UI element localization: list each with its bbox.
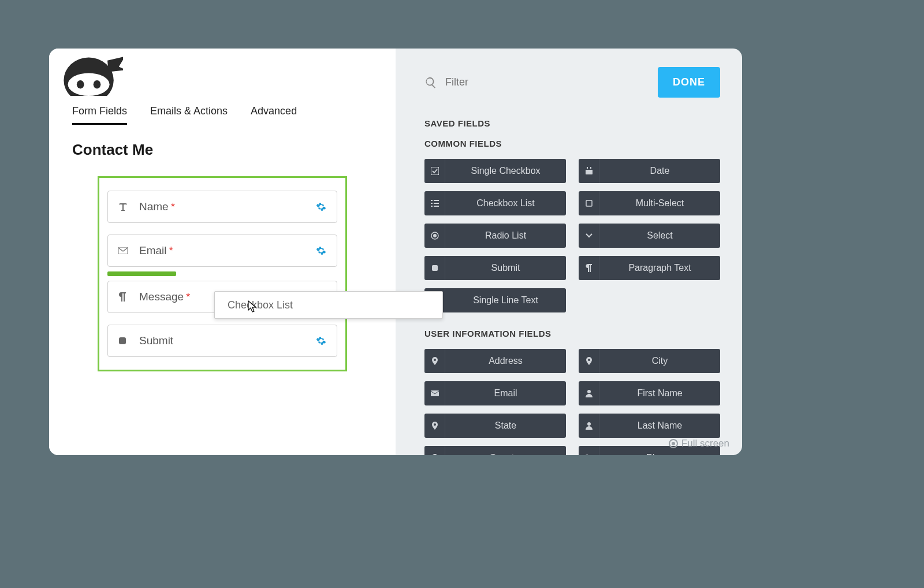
field-tile-address[interactable]: Address — [424, 349, 566, 373]
tab-form-fields[interactable]: Form Fields — [72, 105, 127, 125]
gear-icon[interactable] — [316, 245, 326, 256]
tile-label: First Name — [599, 388, 720, 399]
tile-label: Date — [599, 166, 720, 176]
tile-label: Select — [599, 230, 720, 241]
field-tile-state[interactable]: State — [424, 414, 566, 438]
field-row-submit[interactable]: Submit — [107, 325, 337, 357]
para-icon — [579, 256, 599, 280]
svg-rect-15 — [434, 203, 439, 204]
section-saved-title: SAVED FIELDS — [424, 118, 720, 128]
field-tile-checkbox-list[interactable]: Checkbox List — [424, 191, 566, 215]
tile-label: City — [599, 356, 720, 366]
fullscreen-label: Full screen — [681, 438, 729, 449]
field-tile-multi-select[interactable]: Multi-Select — [579, 191, 720, 215]
ninja-logo — [61, 49, 123, 96]
field-label: Submit — [139, 334, 173, 347]
tile-label: Address — [445, 356, 566, 366]
svg-rect-20 — [432, 265, 438, 271]
gear-icon[interactable] — [316, 336, 326, 346]
square-icon — [424, 256, 445, 280]
tab-advanced[interactable]: Advanced — [251, 105, 297, 125]
cursor-icon — [247, 300, 258, 313]
field-row-name[interactable]: Name* — [107, 191, 337, 223]
svg-rect-5 — [119, 337, 126, 344]
svg-point-22 — [587, 390, 591, 393]
field-tile-date[interactable]: Date — [579, 159, 720, 183]
field-row-email[interactable]: Email* — [107, 235, 337, 267]
mail-icon — [424, 381, 445, 405]
svg-rect-12 — [431, 203, 433, 204]
field-tile-single-line-text[interactable]: Single Line Text — [424, 288, 566, 312]
field-tile-last-name[interactable]: Last Name — [579, 414, 720, 438]
cal-icon — [579, 159, 599, 183]
pin-icon — [424, 414, 445, 438]
filter-input[interactable] — [445, 76, 561, 88]
tile-label: Single Line Text — [445, 295, 566, 306]
square-icon — [118, 337, 131, 345]
svg-point-23 — [587, 422, 591, 426]
field-tile-radio-list[interactable]: Radio List — [424, 224, 566, 248]
builder-pane: Form Fields Emails & Actions Advanced Co… — [49, 49, 396, 455]
field-tile-country[interactable]: Country — [424, 446, 566, 455]
svg-point-3 — [94, 80, 101, 88]
list-icon — [424, 191, 445, 215]
section-user-title: USER INFORMATION FIELDS — [424, 329, 720, 338]
user-icon — [579, 381, 599, 405]
check-icon — [424, 159, 445, 183]
svg-rect-10 — [590, 167, 591, 169]
field-label: Name* — [139, 200, 175, 213]
field-tile-select[interactable]: Select — [579, 224, 720, 248]
field-tile-city[interactable]: City — [579, 349, 720, 373]
field-label: Email* — [139, 244, 173, 257]
tile-label: Checkbox List — [445, 198, 566, 209]
svg-rect-21 — [431, 390, 439, 396]
tile-label: Single Checkbox — [445, 166, 566, 176]
svg-point-2 — [77, 80, 84, 88]
form-title: Contact Me — [72, 141, 372, 159]
field-tile-email[interactable]: Email — [424, 381, 566, 405]
filter-bar: DONE — [424, 67, 720, 98]
section-common-title: COMMON FIELDS — [424, 139, 720, 148]
box-icon — [579, 191, 599, 215]
svg-rect-6 — [431, 167, 439, 175]
user-icon — [579, 414, 599, 438]
svg-rect-11 — [431, 200, 433, 201]
paragraph-icon — [118, 292, 131, 302]
gear-icon[interactable] — [316, 202, 326, 212]
tile-label: Radio List — [445, 230, 566, 241]
field-tile-first-name[interactable]: First Name — [579, 381, 720, 405]
svg-point-19 — [433, 234, 437, 237]
tile-label: State — [445, 420, 566, 431]
field-tile-submit[interactable]: Submit — [424, 256, 566, 280]
field-tile-single-checkbox[interactable]: Single Checkbox — [424, 159, 566, 183]
phone-icon — [579, 446, 599, 455]
builder-tabs: Form Fields Emails & Actions Advanced — [72, 105, 372, 125]
search-icon — [424, 76, 437, 89]
drop-indicator — [107, 271, 176, 276]
tab-emails-actions[interactable]: Emails & Actions — [150, 105, 228, 125]
svg-rect-8 — [586, 168, 593, 170]
tile-label: Multi-Select — [599, 198, 720, 209]
text-icon — [118, 202, 131, 211]
svg-point-1 — [68, 73, 110, 96]
chev-icon — [579, 224, 599, 248]
tile-label: Last Name — [599, 420, 720, 431]
svg-rect-4 — [118, 247, 128, 254]
fullscreen-toggle[interactable]: Full screen — [669, 438, 729, 449]
done-button[interactable]: DONE — [658, 67, 720, 98]
tile-label: Email — [445, 388, 566, 399]
mail-icon — [118, 247, 131, 254]
app-window: Form Fields Emails & Actions Advanced Co… — [49, 49, 742, 455]
svg-rect-17 — [586, 200, 592, 206]
pin-icon — [424, 446, 445, 455]
radio-icon — [424, 224, 445, 248]
svg-rect-16 — [434, 206, 439, 207]
tile-label: Phone — [599, 453, 720, 455]
svg-rect-9 — [587, 167, 588, 169]
field-tile-paragraph-text[interactable]: Paragraph Text — [579, 256, 720, 280]
common-fields-grid: Single CheckboxDateCheckbox ListMulti-Se… — [424, 159, 720, 312]
fullscreen-icon — [669, 439, 678, 448]
fields-panel: DONE SAVED FIELDS COMMON FIELDS Single C… — [396, 49, 742, 455]
tile-label: Submit — [445, 263, 566, 273]
form-dropzone[interactable]: Name* Email* Message* — [98, 176, 347, 371]
